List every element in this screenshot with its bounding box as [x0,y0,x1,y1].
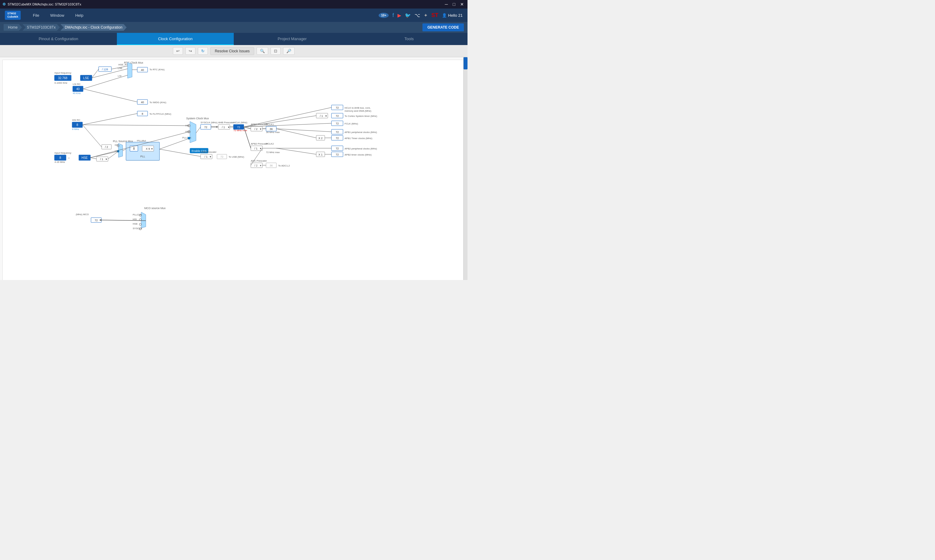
pll-mux-to-pll-line [123,149,126,151]
title-bar-controls: ─ □ ✕ [444,2,465,7]
lsi-40-khz: 40 KHz [73,92,81,95]
network-icon[interactable]: ✦ [424,12,428,18]
adc-value: 36 [270,164,273,167]
pclk1-out-line [276,129,331,132]
user-label: Hello 21 [448,13,463,18]
facebook-icon[interactable]: f [392,12,394,18]
adc-div-arrow: ▾ [260,164,261,167]
mco-hse-radio[interactable] [139,223,141,226]
undo-button[interactable]: ↩ [173,47,183,55]
hclk-apb1-line [244,127,251,129]
user-button[interactable]: 👤 Hello 21 [442,13,463,18]
clock-diagram: Input frequency 32.768 0-1000 KHz LSE LS… [2,60,463,280]
file-menu[interactable]: File [28,11,44,20]
breadcrumb-home[interactable]: Home [4,24,22,31]
menu-bar-right: 10+ f ▶ 🐦 ⌥ ✦ ST 👤 Hello 21 [378,12,463,18]
redo-button[interactable]: ↪ [185,47,195,55]
apb2-periph-value: 72 [336,147,339,150]
to-iwdg-value: 40 [141,101,144,104]
hsi-8-value: 8 [76,123,78,127]
logo-box: STM32CubeMX [5,11,21,20]
twitter-icon[interactable]: 🐦 [405,12,411,18]
generate-code-button[interactable]: GENERATE CODE [423,23,464,31]
hclk-ahb-label2: memory and DMA (MHz) [344,109,371,112]
pll-to-sys-line [160,138,189,149]
usb-div-value: / 1 [205,155,208,158]
apb1-timer-value: 72 [336,137,339,140]
window-title: STM32CubeMX DMAchqtx.ioc: STM32F103C8Tx [8,2,81,6]
canvas-area[interactable]: Input frequency 32.768 0-1000 KHz LSE LS… [0,57,463,280]
input-freq-2-value: 8 [59,156,61,160]
hse-label-left: HSE [82,156,88,160]
tab-project[interactable]: Project Manager [234,33,351,45]
ahb-prescaler-label: AHB Prescaler [218,121,234,124]
usb-out-label: To USB (MHz) [229,155,244,158]
apb1-timer-label: APB1 Timer clocks (MHz) [344,137,372,140]
sys-mux-shape [190,122,196,143]
mco-out-value: 72 [95,219,98,222]
mco-sysclk-label: SYSCLK [133,227,143,230]
hsi-8-mhz: 8 MHz [72,128,79,131]
maximize-button[interactable]: □ [452,2,457,7]
main-content: Input frequency 32.768 0-1000 KHz LSE LS… [0,57,468,280]
minimize-button[interactable]: ─ [444,2,449,7]
vertical-scrollbar[interactable] [463,57,468,280]
breadcrumb-mcu[interactable]: STM32F103C8Tx [23,24,60,31]
rtc-mux-shape [128,62,132,78]
tab-bar: Pinout & Configuration Clock Configurati… [0,33,468,45]
sys-pllclk-radio[interactable] [188,137,190,139]
sys-mux-out-line [196,127,201,133]
mco-out-label: (MHz) MCO [76,213,89,216]
breadcrumb-items: Home STM32F103C8Tx DMAchqtx.ioc - Clock … [4,24,127,31]
tab-tools[interactable]: Tools [351,33,468,45]
apb2-div-value: / 1 [254,147,257,150]
resolve-clock-issues-button[interactable]: Resolve Clock Issues [210,47,254,55]
apb1-x2-value: X 2 [318,137,323,140]
ahb-div-arrow: ▾ [228,126,229,129]
diagram-svg: Input frequency 32.768 0-1000 KHz LSE LS… [3,60,463,280]
pclk2-max: 72 MHz max [266,151,280,154]
zoom-in-button[interactable]: 🔍 [257,47,268,55]
mco-source-mux-label: MCO source Mux [144,207,166,210]
pll-x9-value: X 9 [146,147,150,150]
pll-hsi-label: HSI [115,144,119,146]
sysclk-mhz-label: SYSCLK (MHz) [201,121,218,124]
title-bar: ⚙ STM32CubeMX DMAchqtx.ioc: STM32F103C8T… [0,0,468,9]
freq-arrow: ↔ [67,156,70,160]
title-bar-left: ⚙ STM32CubeMX DMAchqtx.ioc: STM32F103C8T… [2,2,81,6]
pclk1-value: 36 [270,128,273,131]
input-freq-1-label: Input frequency [54,72,71,74]
adc-label: To ADC1,2 [278,165,290,167]
scrollbar-thumb[interactable] [464,57,468,69]
hclk-out-2-line [244,115,316,127]
breadcrumb-config[interactable]: DMAchqtx.ioc - Clock Configuration [61,24,127,31]
tab-clock[interactable]: Clock Configuration [117,33,234,45]
cortex-div-value: / 1 [320,114,323,117]
ahb-div-value: / 1 [222,126,225,129]
youtube-icon[interactable]: ▶ [397,12,401,18]
github-icon[interactable]: ⌥ [415,12,420,18]
zoom-out-button[interactable]: 🔎 [283,47,295,55]
pclk2-label: PCLK2 [266,142,274,145]
close-button[interactable]: ✕ [459,2,465,7]
cortex-div-arrow: ▾ [325,114,327,117]
hse-div1-arrow: ▾ [106,158,107,161]
menu-bar: STM32CubeMX File Window Help 10+ f ▶ 🐦 ⌥… [0,9,468,22]
input-freq-1-value: 32.768 [58,76,68,80]
adc-div-value: / 2 [254,164,257,167]
fclk-value: 72 [336,122,339,125]
cortex-timer-label: To Cortex System timer (MHz) [344,115,377,117]
fclk-label: FCLK (MHz) [344,122,358,125]
pll-val-value: 8 [133,147,135,150]
breadcrumb-bar: Home STM32F103C8Tx DMAchqtx.ioc - Clock … [0,22,468,33]
window-menu[interactable]: Window [45,11,69,20]
pll-mul-label: *PLLMul [137,139,146,142]
pll-x9-arrow: ▾ [151,147,153,150]
mco-pllclk-label: PLLCLK [133,213,142,216]
div128-value: / 128 [102,68,108,71]
to-iwdg-label: To IWDG (KHz) [149,101,166,104]
fit-button[interactable]: ⊡ [271,47,281,55]
tab-pinout[interactable]: Pinout & Configuration [0,33,117,45]
help-menu[interactable]: Help [70,11,88,20]
refresh-button[interactable]: ↻ [198,47,208,55]
